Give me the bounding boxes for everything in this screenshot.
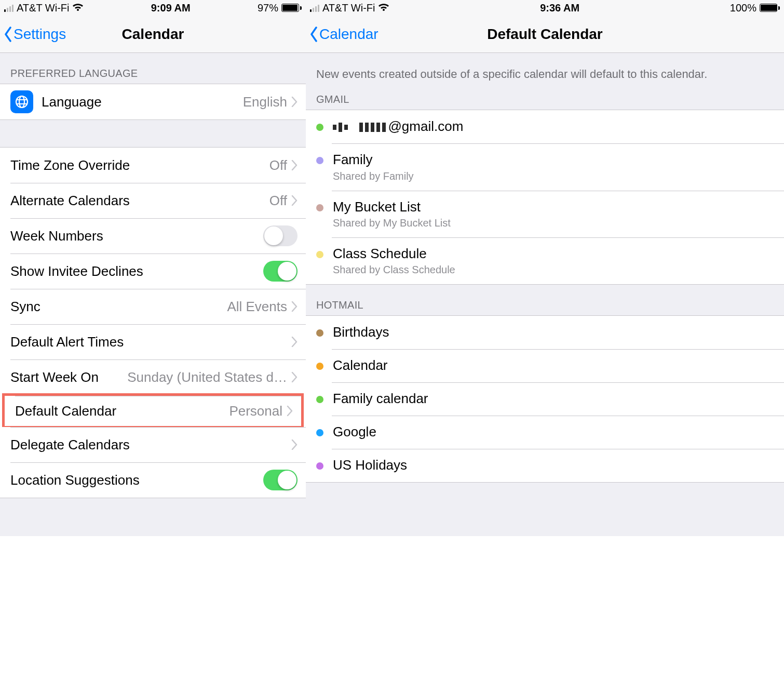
calendar-color-dot <box>316 363 323 370</box>
row-value: All Events <box>227 299 287 315</box>
toggle-invitee-declines[interactable] <box>263 261 298 282</box>
row-label: Show Invitee Declines <box>10 263 143 279</box>
row-label: Start Week On <box>10 369 99 385</box>
row-default-calendar[interactable]: Default Calendar Personal <box>2 393 304 429</box>
row-location-suggestions: Location Suggestions <box>0 462 306 498</box>
globe-icon <box>10 90 33 113</box>
chevron-left-icon <box>309 26 318 42</box>
chevron-right-icon <box>291 372 298 382</box>
row-label: Sync <box>10 299 40 315</box>
nav-bar: Calendar Default Calendar <box>306 16 784 53</box>
carrier-label: AT&T Wi-Fi <box>17 2 69 14</box>
calendar-color-dot <box>316 204 323 211</box>
cell-signal-icon <box>310 4 319 12</box>
row-start-week-on[interactable]: Start Week On Sunday (United States d… <box>0 359 306 395</box>
calendar-color-dot <box>316 251 323 258</box>
row-value: Personal <box>229 403 282 419</box>
row-sync[interactable]: Sync All Events <box>0 289 306 324</box>
battery-fill <box>282 5 298 11</box>
calendar-option[interactable]: FamilyShared by Family <box>306 143 784 190</box>
calendar-option[interactable]: Birthdays <box>306 316 784 349</box>
toggle-week-numbers[interactable] <box>263 225 298 246</box>
section-header-language: PREFERRED LANGUAGE <box>0 53 306 84</box>
chevron-right-icon <box>291 195 298 206</box>
battery-icon <box>760 4 780 12</box>
calendar-title: My Bucket List <box>333 199 451 215</box>
chevron-right-icon <box>287 406 293 416</box>
calendar-title: Class Schedule <box>333 246 455 262</box>
battery-pct-label: 97% <box>258 2 278 14</box>
calendar-title: Family calendar <box>333 391 428 407</box>
calendar-option[interactable]: Class ScheduleShared by Class Schedule <box>306 237 784 284</box>
calendar-option[interactable]: My Bucket ListShared by My Bucket List <box>306 191 784 237</box>
calendar-title: Google <box>333 424 376 440</box>
page-title: Default Calendar <box>311 26 779 43</box>
chevron-right-icon <box>291 97 298 107</box>
chevron-right-icon <box>291 160 298 170</box>
row-label: Time Zone Override <box>10 157 130 174</box>
group-gmail: @gmail.comFamilyShared by FamilyMy Bucke… <box>306 110 784 285</box>
calendar-title: Calendar <box>333 357 388 374</box>
calendar-color-dot <box>316 429 323 436</box>
row-timezone-override[interactable]: Time Zone Override Off <box>0 148 306 183</box>
row-label: Location Suggestions <box>10 472 140 488</box>
battery-icon <box>281 4 302 12</box>
redacted-text <box>333 119 386 135</box>
section-header-gmail: GMAIL <box>306 88 784 110</box>
calendar-option[interactable]: @gmail.com <box>306 110 784 144</box>
back-label: Settings <box>13 26 66 43</box>
row-alternate-calendars[interactable]: Alternate Calendars Off <box>0 183 306 218</box>
battery-pct-label: 100% <box>730 2 756 14</box>
calendar-color-dot <box>316 396 323 403</box>
calendar-color-dot <box>316 462 323 470</box>
clock-label: 9:09 AM <box>151 2 191 14</box>
row-label: Alternate Calendars <box>10 193 130 209</box>
group-calendar-options: Time Zone Override Off Alternate Calenda… <box>0 147 306 498</box>
calendar-option[interactable]: Google <box>306 416 784 449</box>
back-label: Calendar <box>319 26 379 43</box>
calendar-color-dot <box>316 124 323 131</box>
calendar-color-dot <box>316 329 323 337</box>
status-bar: AT&T Wi-Fi 9:36 AM 100% <box>306 0 784 16</box>
calendar-color-dot <box>316 157 323 164</box>
calendar-title: Family <box>333 152 414 168</box>
wifi-icon <box>72 2 84 14</box>
chevron-left-icon <box>3 26 12 42</box>
toggle-location-suggestions[interactable] <box>263 470 298 490</box>
status-bar: AT&T Wi-Fi 9:09 AM 97% <box>0 0 306 16</box>
calendar-option[interactable]: Family calendar <box>306 382 784 416</box>
wifi-icon <box>378 2 389 14</box>
row-default-alert-times[interactable]: Default Alert Times <box>0 324 306 359</box>
calendar-title: US Holidays <box>333 457 407 473</box>
calendar-subtitle: Shared by My Bucket List <box>333 217 451 229</box>
row-label: Default Alert Times <box>10 334 124 350</box>
group-language: Language English <box>0 84 306 120</box>
group-hotmail: BirthdaysCalendarFamily calendarGoogleUS… <box>306 315 784 483</box>
back-button[interactable]: Settings <box>3 26 66 43</box>
row-delegate-calendars[interactable]: Delegate Calendars <box>0 427 306 462</box>
chevron-right-icon <box>291 301 298 312</box>
clock-label: 9:36 AM <box>540 2 579 14</box>
back-button[interactable]: Calendar <box>309 26 379 43</box>
row-value: Off <box>269 157 287 174</box>
row-label: Language <box>42 94 102 110</box>
row-language[interactable]: Language English <box>0 84 306 119</box>
calendar-option[interactable]: US Holidays <box>306 449 784 482</box>
calendar-option[interactable]: Calendar <box>306 349 784 382</box>
chevron-right-icon <box>291 439 298 450</box>
battery-fill <box>761 5 777 11</box>
row-value: English <box>243 94 287 110</box>
section-header-hotmail: HOTMAIL <box>306 285 784 315</box>
row-label: Default Calendar <box>15 403 116 419</box>
calendar-title: Birthdays <box>333 324 389 340</box>
chevron-right-icon <box>291 337 298 347</box>
row-value: Sunday (United States d… <box>127 369 287 385</box>
row-show-invitee-declines: Show Invitee Declines <box>0 254 306 289</box>
screen-default-calendar: AT&T Wi-Fi 9:36 AM 100% Calendar Default… <box>306 0 784 536</box>
row-value: Off <box>269 193 287 209</box>
nav-bar: Settings Calendar <box>0 16 306 53</box>
row-label: Delegate Calendars <box>10 437 130 453</box>
screen-calendar-settings: AT&T Wi-Fi 9:09 AM 97% Settings Calendar… <box>0 0 306 536</box>
row-week-numbers: Week Numbers <box>0 218 306 254</box>
calendar-subtitle: Shared by Family <box>333 170 414 182</box>
